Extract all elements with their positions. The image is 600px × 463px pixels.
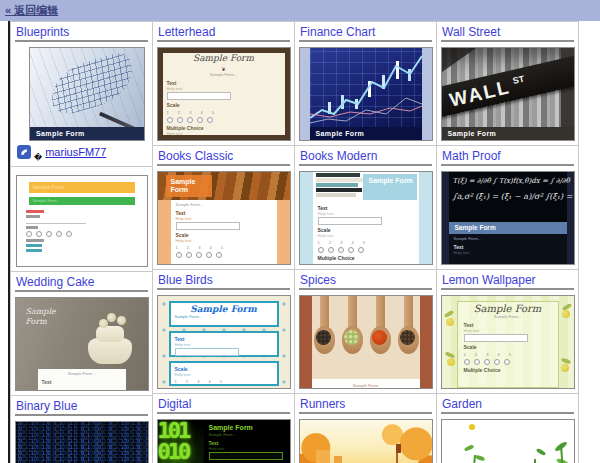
gallery-column-3: Finance Chart Sample xyxy=(294,21,437,463)
theme-cell-finance-chart: Finance Chart Sample xyxy=(294,21,437,146)
theme-thumb-blue-birds[interactable]: Sample Form Sample Form... Text Help tex… xyxy=(157,295,291,389)
theme-link-spices[interactable]: Spices xyxy=(298,273,433,287)
theme-thumb-lemon-wallpaper[interactable]: Sample Form Sample Form... Text Help tex… xyxy=(441,295,575,389)
mini-help-text: Help text xyxy=(175,342,273,347)
mini-help-text: Help text xyxy=(209,446,285,451)
theme-thumb-spices[interactable]: Sample Form xyxy=(299,295,433,389)
theme-link-wall-street[interactable]: Wall Street xyxy=(440,25,575,39)
theme-thumb-plain[interactable]: Sample Form Sample Form... xyxy=(16,175,148,267)
theme-thumb-math-proof[interactable]: T(ξ) = ∂/∂θ ∫ T(x)f(x,θ)dx = ∫ ∂/∂θ ∫a,σ… xyxy=(441,171,575,265)
mini-scale-label: Scale xyxy=(464,344,552,350)
required-text-line xyxy=(26,210,44,213)
radio-dot xyxy=(318,247,324,253)
title-divider xyxy=(15,40,148,42)
mini-help-text: Help text xyxy=(318,211,414,216)
theme-cell-books-classic: Books Classic Sample Form Sample Form...… xyxy=(152,145,295,270)
theme-cell-garden: Garden xyxy=(436,393,579,463)
mini-form-title: Sample Form... xyxy=(42,371,122,377)
scale-numbers: 1 2 3 4 5 xyxy=(464,352,552,357)
radio-dot xyxy=(494,359,500,365)
radio-dot xyxy=(66,231,72,237)
radio-dot xyxy=(207,117,213,123)
spoon-paprika xyxy=(369,296,393,374)
scale-numbers: 1 2 3 4 5 xyxy=(176,245,272,250)
title-divider xyxy=(157,164,290,166)
mini-input xyxy=(209,452,283,460)
theme-link-math-proof[interactable]: Math Proof xyxy=(440,149,575,163)
theme-link-blueprints[interactable]: Blueprints xyxy=(14,25,149,39)
scale-radios xyxy=(26,230,138,237)
cake-tier xyxy=(96,326,124,342)
theme-link-finance-chart[interactable]: Finance Chart xyxy=(298,25,433,39)
title-divider xyxy=(157,40,290,42)
leaf xyxy=(124,323,130,326)
digital-numbers-art: 101 010 101 010 101 xyxy=(158,420,204,463)
theme-link-letterhead[interactable]: Letterhead xyxy=(156,25,291,39)
theme-link-books-classic[interactable]: Books Classic xyxy=(156,149,291,163)
theme-link-digital[interactable]: Digital xyxy=(156,397,291,411)
radio-dot xyxy=(504,359,510,365)
theme-link-books-modern[interactable]: Books Modern xyxy=(298,149,433,163)
sample-form-bar: Sample Form xyxy=(310,127,422,140)
title-divider xyxy=(441,288,574,290)
ornament-icon xyxy=(167,63,281,72)
gallery-column-4: Wall Street WALL ST Sample Form Math Pro… xyxy=(436,21,579,463)
sample-form-bar: Sample Form xyxy=(30,127,144,140)
black-peppercorns xyxy=(316,330,331,345)
mini-form-panel: Sample Form... Text xyxy=(38,369,126,390)
theme-thumb-digital[interactable]: 101 010 101 010 101 Sample Form Sample F… xyxy=(157,419,291,463)
theme-link-lemon-wallpaper[interactable]: Lemon Wallpaper xyxy=(440,273,575,287)
field-label-line xyxy=(26,226,38,229)
theme-thumb-blueprints[interactable]: Sample Form xyxy=(29,47,145,141)
mini-form: Sample Form... Text Help text Scale Help… xyxy=(171,200,277,264)
sample-form-bar: Sample Form xyxy=(442,127,574,140)
theme-thumb-books-classic[interactable]: Sample Form Sample Form... Text Help tex… xyxy=(157,171,291,265)
tomato-stem xyxy=(534,459,536,463)
option-line xyxy=(26,244,42,247)
option-line xyxy=(26,249,42,252)
radio-dot xyxy=(206,252,212,258)
building-silhouette xyxy=(334,456,342,463)
text-panel: Text Help text xyxy=(169,331,279,357)
mini-form-subtitle: Sample Form... xyxy=(176,202,272,208)
broken-char-icon: � xyxy=(34,154,42,162)
theme-thumb-wedding-cake[interactable]: Sample Form Sample Form... Text xyxy=(15,297,149,391)
plant-leaf xyxy=(463,444,474,452)
spoon-handle xyxy=(404,296,413,330)
mini-input xyxy=(318,217,382,225)
theme-link-runners[interactable]: Runners xyxy=(298,397,433,411)
theme-link-wedding-cake[interactable]: Wedding Cake xyxy=(14,275,149,289)
plant-leaf xyxy=(474,454,485,461)
mini-form: Sample Form Sample Form... Text Help tex… xyxy=(167,53,281,135)
theme-thumb-garden[interactable] xyxy=(441,419,575,463)
scale-radios xyxy=(176,251,272,258)
mini-help-text: Help text xyxy=(454,250,562,255)
theme-link-garden[interactable]: Garden xyxy=(440,397,575,411)
radio-dot xyxy=(196,252,202,258)
spoon-cardamom xyxy=(341,296,365,374)
theme-thumb-letterhead[interactable]: Sample Form Sample Form... Text Help tex… xyxy=(157,47,291,141)
theme-cell-binary-blue: Binary Blue 1011010010110100101101001011… xyxy=(10,395,153,463)
attribution-arrow-icon xyxy=(17,145,31,159)
theme-thumb-binary-blue[interactable]: 1011010010110100101101001011010010110100… xyxy=(15,421,149,463)
radio-dot xyxy=(46,231,52,237)
theme-thumb-finance-chart[interactable]: Sample Form xyxy=(299,47,433,141)
radio-dot xyxy=(348,247,354,253)
radio-dot xyxy=(474,359,480,365)
lemon xyxy=(562,310,570,318)
title-divider xyxy=(299,412,432,414)
theme-thumb-runners[interactable] xyxy=(299,419,433,463)
mini-help-text: Help text xyxy=(464,328,552,333)
mini-input xyxy=(167,92,231,100)
mini-form-subtitle: Sample Form... xyxy=(175,314,273,320)
back-to-edit-link[interactable]: « 返回编辑 xyxy=(5,3,58,18)
theme-cell-books-modern: Books Modern Sample Form Text Help text … xyxy=(294,145,437,270)
mini-form-title: Sample Form xyxy=(312,383,420,388)
theme-thumb-wall-street[interactable]: WALL ST Sample Form xyxy=(441,47,575,141)
attribution-author-link[interactable]: mariusFM77 xyxy=(45,146,106,158)
scale-panel: Scale Help text 1 2 3 4 5 xyxy=(169,361,279,386)
theme-link-blue-birds[interactable]: Blue Birds xyxy=(156,273,291,287)
theme-link-binary-blue[interactable]: Binary Blue xyxy=(14,399,149,413)
spoon-handle xyxy=(320,296,329,330)
theme-thumb-books-modern[interactable]: Sample Form Text Help text Scale Help te… xyxy=(299,171,433,265)
